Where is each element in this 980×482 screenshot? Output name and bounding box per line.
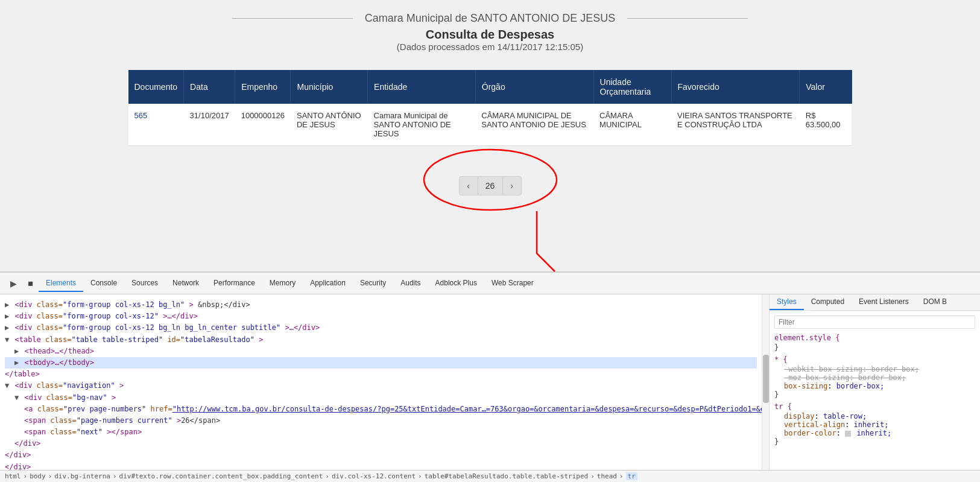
col-unidade: Unidade Orçamentaria [593,70,671,104]
dom-line[interactable]: ▶ <tbody>…</tbody> [5,357,757,369]
page-header: Camara Municipal de SANTO ANTONIO DE JES… [24,12,956,52]
tab-performance[interactable]: Performance [206,275,262,292]
col-favorecido: Favorecido [671,70,800,104]
dom-line: <span class="page-numbers current" >26</… [5,415,757,427]
tab-audits[interactable]: Audits [393,275,428,292]
cell-municipio: SANTO ANTÔNIO DE JESUS [291,104,368,146]
breadcrumb-texto[interactable]: div#texto.row.container.content_box.padd… [119,472,323,480]
dom-line: <a class="prev page-numbers" href="http:… [5,404,757,415]
col-orgao: Órgão [475,70,593,104]
styles-body: element.style { } * { -webkit-box-sizing… [770,311,980,470]
cell-unidade: CÂMARA MUNICIPAL [593,104,671,146]
styles-rule: element.style { } [774,334,975,352]
tab-security[interactable]: Security [353,275,393,292]
elements-panel[interactable]: ▶ <div class="form-group col-xs-12 bg_ln… [0,294,762,470]
col-valor: Valor [800,70,852,104]
col-data: Data [184,70,235,104]
triangle-icon[interactable]: ▶ [5,322,9,334]
styles-tab-computed[interactable]: Computed [804,294,852,310]
dom-line: <span class="next" ></span> [5,427,757,438]
page-title: Consulta de Despesas [24,28,956,42]
dom-line: ▼ <div class="navigation" > [5,380,757,392]
triangle-icon[interactable]: ▶ [5,299,9,311]
cell-documento[interactable]: 565 [128,104,184,146]
annotation-bracket [531,205,567,277]
devtools-inspect-icon[interactable]: ▶ [5,275,22,292]
dom-line: ▶ <div class="form-group col-xs-12 bg_ln… [5,322,757,334]
page-subtitle: (Dados processados em 14/11/2017 12:15:0… [24,42,956,52]
cell-favorecido: VIEIRA SANTOS TRANSPORTE E CONSTRUÇÃO LT… [671,104,800,146]
styles-rule: tr { display: table-row; vertical-align:… [774,402,975,446]
breadcrumb-thead[interactable]: thead [597,472,617,480]
col-documento: Documento [128,70,184,104]
table-header-row: Documento Data Empenho Município Entidad… [128,70,852,104]
devtools-panel: ▶ ◾ Elements Console Sources Network Per… [0,271,980,482]
styles-rule: * { -webkit-box-sizing: border-box; -moz… [774,355,975,399]
dom-line: </div> [5,438,757,449]
tab-application[interactable]: Application [303,275,353,292]
cell-empenho: 1000000126 [235,104,291,146]
pagination-area: ‹ 26 › [459,164,522,195]
styles-tabs-bar: Styles Computed Event Listeners DOM B [770,294,980,311]
styles-filter-input[interactable] [774,316,975,329]
styles-tab-styles[interactable]: Styles [770,294,804,310]
color-swatch [845,431,851,437]
tab-network[interactable]: Network [165,275,206,292]
tab-adblock[interactable]: Adblock Plus [428,275,484,292]
dom-line: </div> [5,461,757,470]
cell-valor: R$ 63.500,00 [800,104,852,146]
triangle-icon[interactable]: ▶ [14,346,19,357]
dom-line: ▶ <thead>…</thead> [5,346,757,357]
devtools-breadcrumb: html › body › div.bg-interna › div#texto… [0,470,980,482]
tab-sources[interactable]: Sources [124,275,165,292]
devtools-device-icon[interactable]: ◾ [22,275,39,292]
triangle-icon[interactable]: ▼ [5,380,9,392]
data-table: Documento Data Empenho Município Entidad… [128,70,852,146]
triangle-icon[interactable]: ▼ [14,392,19,404]
breadcrumb-content[interactable]: div.col-xs-12.content [332,472,416,480]
breadcrumb-bg-interna[interactable]: div.bg-interna [54,472,110,480]
scrollbar-thumb[interactable] [763,355,769,403]
dom-line: </table> [5,369,757,380]
cell-data: 31/10/2017 [184,104,235,146]
styles-tab-dom-b[interactable]: DOM B [916,294,954,310]
breadcrumb-tr[interactable]: tr [626,472,637,480]
dom-line: ▶ <div class="form-group col-xs-12 bg_ln… [5,299,757,311]
pagination-prev-button[interactable]: ‹ [459,176,478,195]
col-municipio: Município [291,70,368,104]
styles-tab-event-listeners[interactable]: Event Listeners [852,294,916,310]
tab-console[interactable]: Console [83,275,124,292]
scrollbar-track[interactable] [762,294,769,470]
dom-line: ▼ <div class="bg-nav" > [5,392,757,404]
tab-webscraper[interactable]: Web Scraper [484,275,541,292]
table-row: 565 31/10/2017 1000000126 SANTO ANTÔNIO … [128,104,852,146]
pagination-next-button[interactable]: › [502,176,522,195]
tab-memory[interactable]: Memory [262,275,303,292]
tab-elements[interactable]: Elements [39,275,83,292]
breadcrumb-table[interactable]: table#tabelaResultado.table.table-stripe… [425,472,589,480]
triangle-icon[interactable]: ▼ [5,334,9,346]
pagination[interactable]: ‹ 26 › [459,176,522,195]
cell-orgao: CÂMARA MUNICIPAL DE SANTO ANTONIO DE JES… [475,104,593,146]
col-entidade: Entidade [368,70,476,104]
dom-line: </div> [5,449,757,461]
dom-line: ▼ <table class="table table-striped" id=… [5,334,757,346]
triangle-icon[interactable]: ▶ [5,311,9,322]
pagination-current-page: 26 [478,176,502,195]
triangle-icon[interactable]: ▶ [14,357,19,369]
institution-line: Camara Municipal de SANTO ANTONIO DE JES… [24,12,956,25]
main-content: Camara Municipal de SANTO ANTONIO DE JES… [0,0,980,271]
styles-panel: Styles Computed Event Listeners DOM B el… [769,294,980,470]
breadcrumb-html[interactable]: html [5,472,21,480]
col-empenho: Empenho [235,70,291,104]
dom-line: ▶ <div class="form-group col-xs-12" >…</… [5,311,757,322]
institution-name: Camara Municipal de SANTO ANTONIO DE JES… [365,12,615,25]
cell-entidade: Camara Municipal de SANTO ANTONIO DE JES… [368,104,476,146]
devtools-tabs-bar: ▶ ◾ Elements Console Sources Network Per… [0,273,980,294]
breadcrumb-body[interactable]: body [30,472,46,480]
devtools-body: ▶ <div class="form-group col-xs-12 bg_ln… [0,294,980,470]
